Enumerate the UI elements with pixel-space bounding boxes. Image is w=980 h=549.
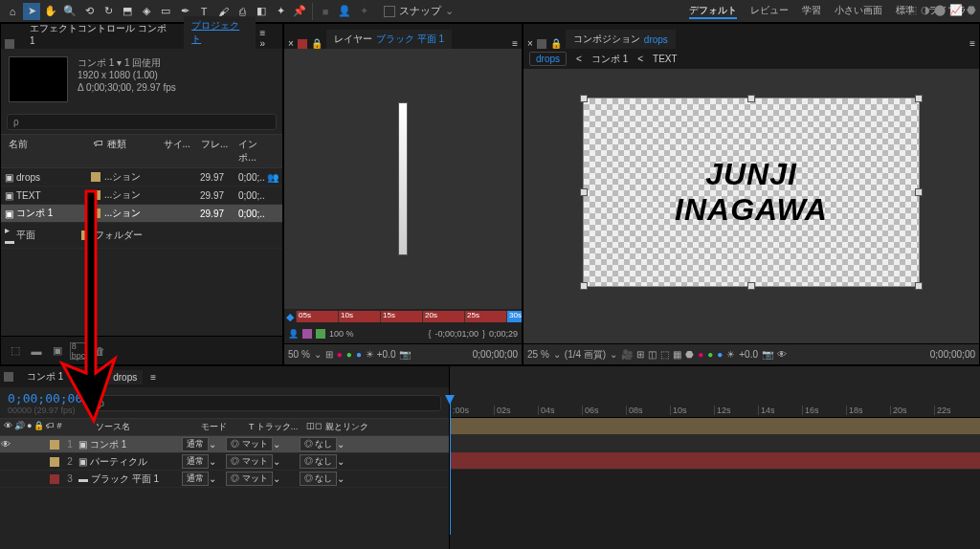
camera-tool-icon[interactable]: ⬒	[119, 3, 136, 20]
handle-mr[interactable]	[915, 188, 923, 196]
handle-tr[interactable]	[915, 95, 923, 102]
current-time[interactable]: 0;00;00;00	[8, 391, 82, 406]
rotate-tool-icon[interactable]: ↻	[100, 3, 117, 20]
handle-tl[interactable]	[580, 95, 588, 102]
comp-canvas[interactable]: JUNJI INAGAWA	[583, 98, 920, 287]
ws-default[interactable]: デフォルト	[689, 4, 737, 19]
home-icon[interactable]: ⌂	[4, 3, 21, 20]
exposure-icon[interactable]: ☀ +0.0	[366, 349, 396, 360]
motion-blur-icon[interactable]: ⬤	[934, 4, 946, 16]
anchor-icon[interactable]: 👤	[288, 329, 299, 339]
panel-menu-icon[interactable]: ≡ »	[260, 28, 279, 49]
handle-br[interactable]	[915, 282, 923, 290]
track-bar-1[interactable]	[450, 418, 980, 435]
preview-icon[interactable]: 👁	[777, 349, 787, 360]
handle-bm[interactable]	[747, 282, 755, 290]
trans-grid-icon[interactable]: ▦	[673, 349, 681, 360]
comp-time[interactable]: 0;00;00;00	[930, 349, 975, 360]
track-bar-2[interactable]	[450, 435, 980, 452]
grid-icon[interactable]: ⊞	[325, 349, 333, 360]
layer-mini-timeline[interactable]: ◆ 05s10s15s20s25s30s	[284, 309, 522, 324]
comp-zoom[interactable]: 25 %	[527, 349, 549, 360]
comp-viewer[interactable]: JUNJI INAGAWA	[523, 69, 979, 343]
folder-icon[interactable]: ▬	[28, 342, 45, 360]
channels-icon[interactable]: ●	[698, 349, 703, 360]
roi-icon[interactable]: ⬚	[660, 349, 669, 360]
channel-icon[interactable]: ●	[337, 349, 343, 360]
interpret-icon[interactable]: ⬚	[7, 342, 24, 360]
panel-menu-icon[interactable]: ≡	[512, 38, 518, 49]
layer-tab[interactable]: レイヤー ブラック 平面 1	[326, 30, 452, 49]
search-input[interactable]: ρ	[7, 114, 277, 130]
exposure[interactable]: ☀	[726, 349, 735, 360]
layer-zoom[interactable]: 50 %	[288, 349, 310, 360]
mask-icon[interactable]	[302, 329, 312, 339]
layer-search[interactable]: ρ	[92, 395, 441, 411]
text-layer[interactable]: JUNJI INAGAWA	[584, 99, 919, 286]
hand-tool-icon[interactable]: ✋	[42, 3, 59, 20]
bc-comp1[interactable]: コンポ 1	[591, 53, 628, 66]
comp-quality[interactable]: (1/4 画質)	[565, 348, 606, 362]
comp-close-icon[interactable]: ×	[527, 38, 533, 49]
layer-viewer[interactable]	[284, 49, 522, 309]
time-ruler[interactable]: :00s02s04s06s08s10s12s14s16s18s20s22s	[450, 366, 980, 418]
3d-view-icon[interactable]: ⬣	[685, 349, 694, 360]
comp-tab[interactable]: コンポジション drops	[566, 30, 676, 49]
panel-menu-icon[interactable]: ≡	[969, 38, 975, 49]
alpha-icon[interactable]	[316, 329, 325, 339]
layer-row-2[interactable]: 2 ▣ パーティクル 通常⌄ ◎ マット⌄ ◎ なし⌄	[0, 453, 449, 471]
effect-controls-tab[interactable]: エフェクトコントロール コンポ 1	[22, 19, 180, 49]
camera-icon[interactable]: 🎥	[621, 349, 633, 360]
layer-close-icon[interactable]: ×	[288, 38, 294, 49]
mask-toggle-icon[interactable]: ◫	[648, 349, 657, 360]
project-tab[interactable]: プロジェクト	[184, 16, 256, 49]
shy-icon[interactable]: ⬚	[907, 4, 917, 16]
zoom-tool-icon[interactable]: 🔍	[61, 3, 78, 20]
project-item-comp1[interactable]: ▣コンポ 1...ション29.970;00;..	[1, 205, 282, 223]
frame-blend-icon[interactable]: ◑	[921, 4, 930, 16]
timeline-tracks[interactable]: :00s02s04s06s08s10s12s14s16s18s20s22s	[450, 366, 980, 549]
fill-icon[interactable]: ■	[317, 3, 334, 20]
bc-drops[interactable]: drops	[529, 52, 567, 66]
playhead[interactable]	[450, 401, 451, 535]
project-item-solids[interactable]: ▸ ▬平面フォルダー	[1, 223, 282, 249]
tl-tab-drops[interactable]: drops	[107, 370, 143, 384]
lock-icon[interactable]: 🔒	[550, 38, 562, 49]
handle-ml[interactable]	[580, 188, 588, 196]
handle-bl[interactable]	[580, 282, 588, 290]
ws-small[interactable]: 小さい画面	[835, 4, 882, 19]
brain-icon[interactable]: ⬣	[967, 4, 976, 16]
project-column-header: 名前 🏷 種類 サイ... フレ... インポ...	[1, 134, 282, 168]
ws-review[interactable]: レビュー	[750, 4, 789, 19]
handle-tm[interactable]	[747, 95, 755, 102]
snapshot-icon[interactable]: 📷	[399, 349, 411, 360]
layer-time[interactable]: 0;00;00;00	[473, 349, 518, 360]
axis-icon[interactable]: ✦	[355, 3, 372, 20]
layer-row-3[interactable]: 3 ▬ ブラック 平面 1 通常⌄ ◎ マット⌄ ◎ なし⌄	[0, 471, 449, 488]
selection-tool-icon[interactable]: ➤	[23, 3, 40, 20]
snap-chevron-icon[interactable]: ⌄	[445, 5, 454, 17]
new-comp-icon[interactable]: ▣	[49, 342, 66, 360]
layer-row-1[interactable]: 👁1 ▣ コンポ 1 通常⌄ ◎ マット⌄ ◎ なし⌄	[0, 436, 449, 453]
track-bar-3[interactable]	[450, 452, 980, 470]
3d-icon[interactable]: 👤	[336, 3, 353, 20]
tl-tab-comp1[interactable]: コンポ 1	[21, 368, 69, 385]
graph-icon[interactable]: 📈	[949, 4, 963, 16]
bit-depth[interactable]: 8 bpc	[70, 342, 87, 360]
trash-icon[interactable]: 🗑	[91, 342, 108, 360]
project-item-text[interactable]: ▣TEXT...ション29.970;00;..	[1, 187, 282, 205]
snapshot-icon[interactable]: 📷	[762, 349, 773, 360]
bc-text[interactable]: TEXT	[653, 54, 678, 64]
shape-tool-icon[interactable]: ▭	[157, 3, 174, 20]
lock-icon[interactable]: 🔒	[311, 38, 323, 49]
snap-checkbox[interactable]	[384, 6, 395, 17]
puppet-tool-icon[interactable]: 📌	[291, 3, 308, 20]
comp-square-icon	[537, 39, 546, 49]
orbit-tool-icon[interactable]: ⟲	[80, 3, 98, 20]
ws-learn[interactable]: 学習	[802, 4, 821, 19]
grid-icon[interactable]: ⊞	[636, 349, 644, 360]
roto-tool-icon[interactable]: ✦	[272, 3, 289, 20]
project-item-drops[interactable]: ▣drops...ション29.970;00;..👥	[1, 168, 282, 187]
pan-behind-icon[interactable]: ◈	[138, 3, 155, 20]
comp-footer: 25 %⌄ (1/4 画質)⌄ 🎥 ⊞ ◫ ⬚ ▦ ⬣ ●●● ☀+0.0 📷 …	[523, 343, 979, 364]
